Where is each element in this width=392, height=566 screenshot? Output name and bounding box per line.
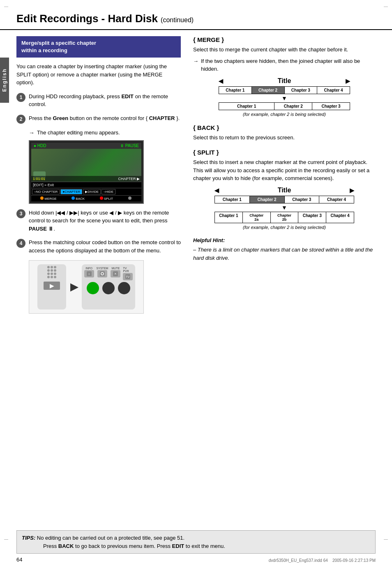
hdd-label: ● HDD: [34, 143, 46, 148]
edit-label: EDIT: [121, 93, 134, 99]
svg-text:×: ×: [115, 272, 117, 276]
split-diagram: ◀ Title ▶ Chapter 1 Chapter 2 Chapter 3 …: [214, 187, 354, 230]
split-down-arrow: ▼: [214, 203, 354, 212]
split-caption: (for example, chapter 2 is being selecte…: [214, 225, 354, 230]
remote-left: ▶: [37, 264, 66, 310]
svg-text:i: i: [89, 272, 90, 276]
step-4: 4 Press the matching colour coded button…: [16, 238, 181, 254]
split-diagram-header: ◀ Title ▶: [214, 187, 354, 194]
remote-right: INFO i SYSTEM: [82, 264, 135, 310]
remote-color-btn-1[interactable]: [87, 282, 99, 294]
hdd-split-item: SPLIT: [100, 196, 113, 201]
step-3-text: Hold down |◀◀ / ▶▶| keys or use ◀ / ▶ ke…: [29, 209, 181, 233]
hdd-bottom-bar: [EDIT] = Exit: [31, 182, 141, 188]
hdd-screen: ● HDD ⏸ PAUSE 1:01:01 CHAPTER ▶ [EDIT] =…: [29, 140, 144, 204]
intro-text: You can create a chapter by inserting ch…: [16, 62, 181, 87]
split-bottom-ch1: Chapter 1: [215, 212, 243, 223]
tips-label: TIPS:: [22, 535, 35, 541]
split-title-label: Title: [278, 187, 291, 194]
step-3-number: 3: [16, 209, 25, 218]
hdd-menu-bar: ○NO CHAPTER ●CHAPTER ▶DIVIDE ○HIDE: [31, 188, 141, 195]
merge-note-text: If the two chapters were hidden, then th…: [201, 57, 376, 73]
step-4-number: 4: [16, 239, 25, 248]
tips-box: TIPS: No editing can be carried out on a…: [16, 530, 376, 554]
back-heading: { BACK }: [193, 124, 376, 131]
remote-color-btn-2[interactable]: [102, 282, 115, 294]
hdd-empty-item: [128, 196, 132, 201]
tips-line2-start: Press: [43, 543, 58, 549]
split-title-left-arrow: ◀: [214, 187, 219, 194]
hdd-merge-bar: MERGE BACK SPLIT: [31, 195, 141, 201]
merge-ch2: Chapter 2: [252, 87, 285, 94]
merge-ch3: Chapter 3: [285, 87, 318, 94]
step-3: 3 Hold down |◀◀ / ▶▶| keys or use ◀ / ▶ …: [16, 209, 181, 233]
footer-date: 2005-09-16 2:27:13 PM: [332, 558, 376, 563]
left-column: Merge/split a specific chapter within a …: [16, 36, 189, 317]
tips-edit-bold: EDIT: [172, 543, 184, 549]
svg-rect-2: [100, 271, 105, 276]
footer-info: dvdr5350H_EU_Eng537.indd 64 2005-09-16 2…: [269, 558, 376, 563]
hdd-image-area: 1:01:01 CHAPTER ▶: [31, 149, 141, 182]
remote-big-btns: [87, 282, 130, 294]
remote-dot: [47, 266, 50, 268]
split-desc: Select this to insert a new chapter mark…: [193, 158, 376, 183]
merge-ch4: Chapter 4: [317, 87, 350, 94]
remote-dots-1: [47, 266, 56, 268]
split-bottom-ch3: Chapter 3: [298, 212, 326, 223]
merge-diagram: ◀ Title ▶ Chapter 1 Chapter 2 Chapter 3 …: [219, 77, 350, 117]
step-2-text: Press the Green button on the remote con…: [29, 114, 181, 122]
right-column: { MERGE } Select this to merge the curre…: [189, 36, 376, 317]
split-ch2: Chapter 2: [250, 196, 285, 203]
merge-arrow-icon: →: [193, 57, 198, 65]
corner-mark-br: —: [384, 537, 388, 541]
remote-tvpvr[interactable]: TV: [123, 273, 133, 280]
step-4-text: Press the matching colour coded button o…: [29, 238, 181, 254]
remote-top-row: INFO i SYSTEM: [84, 267, 133, 280]
split-ch3: Chapter 3: [285, 196, 320, 203]
remote-tvpvr-btn: TV PVR TV: [123, 267, 133, 280]
hdd-edit-exit: [EDIT] = Exit: [33, 183, 54, 187]
hdd-menu-divide: ▶DIVIDE: [83, 189, 101, 194]
hdd-menu-chapter: ●CHAPTER: [60, 189, 82, 194]
merge-chapters-bottom: Chapter 1 Chapter 2 Chapter 3: [219, 102, 350, 110]
page-container: — — — — English Edit Recordings - Hard D…: [0, 0, 392, 566]
tips-back-bold: BACK: [58, 543, 74, 549]
svg-text:TV: TV: [126, 275, 130, 278]
corner-mark-tl: —: [4, 4, 8, 9]
remote-bar-container: ▶: [44, 282, 60, 290]
remote-info[interactable]: i: [84, 270, 94, 277]
remote-color-btn-3[interactable]: [118, 282, 130, 294]
hdd-overlay: 1:01:01 CHAPTER ▶: [31, 176, 141, 182]
remote-mute[interactable]: ×: [111, 270, 120, 277]
hdd-top-bar: ● HDD ⏸ PAUSE: [31, 143, 141, 149]
section-title-line1: Merge/split a specific chapter: [21, 39, 176, 47]
remote-bar: ▶: [44, 282, 60, 290]
merge-desc: Select this to merge the current chapter…: [193, 46, 376, 54]
remote-dot: [51, 266, 53, 268]
down-arrow-icon: ▼: [281, 95, 287, 102]
chapter-label: CHAPTER: [149, 115, 175, 121]
remote-dots-3: [47, 273, 56, 275]
tips-line2c: to exit the menu.: [184, 543, 225, 549]
remote-arrow-sym: ▶: [50, 282, 54, 289]
page-title: Edit Recordings - Hard Disk (continued): [16, 12, 376, 25]
hdd-controls: CHAPTER ▶: [118, 177, 140, 181]
remote-system[interactable]: [97, 270, 107, 277]
remote-inner: ▶ ▶ INFO i: [34, 261, 138, 313]
corner-mark-bl: —: [4, 537, 8, 541]
green-label: Green: [53, 115, 69, 121]
remote-dot: [54, 266, 56, 268]
step-2-number: 2: [16, 115, 25, 124]
split-chapters-top: Chapter 1 Chapter 2 Chapter 3 Chapter 4: [214, 196, 354, 203]
step-1: 1 During HDD recording playback, press E…: [16, 92, 181, 109]
split-ch4: Chapter 4: [319, 196, 354, 203]
hint-text: – There is a limit on chapter markers th…: [193, 246, 376, 262]
split-heading: { SPLIT }: [193, 149, 376, 156]
hdd-pause: ⏸ PAUSE: [120, 143, 139, 148]
remote-illustration: ▶ ▶ INFO i: [29, 260, 144, 314]
remote-dots-4: [47, 276, 56, 278]
hdd-menu-hide: ○HIDE: [101, 189, 115, 194]
merge-diagram-header: ◀ Title ▶: [219, 77, 350, 85]
split-chapters-bottom: Chapter 1 Chapter2a Chapter2b Chapter 3 …: [214, 212, 354, 223]
step-2-arrow: → The chapter editing menu appears.: [29, 129, 181, 136]
